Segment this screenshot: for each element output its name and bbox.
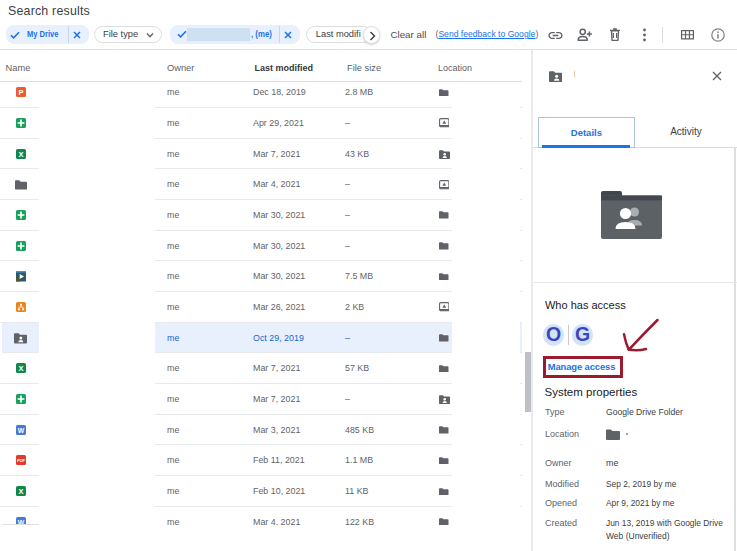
svg-text:X: X: [18, 487, 23, 496]
svg-text:P: P: [18, 88, 23, 97]
svg-text:X: X: [18, 364, 23, 373]
svg-text:X: X: [18, 149, 23, 158]
svg-text:PDF: PDF: [17, 458, 26, 463]
svg-text:W: W: [17, 426, 24, 433]
